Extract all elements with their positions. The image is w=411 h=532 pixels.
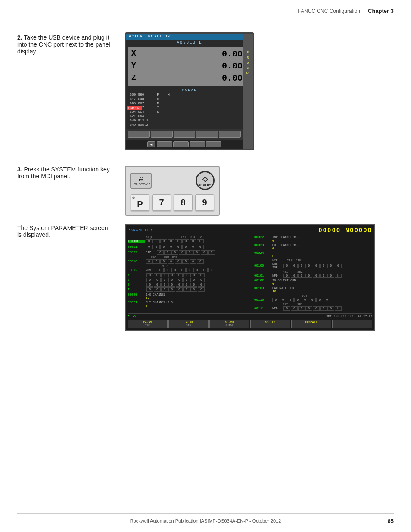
param-row-z: Z 0 0 0 0 0 0 0 0	[128, 283, 252, 287]
cnc-softkey-4	[196, 131, 218, 138]
param-bits-00010: 0 0 0 0 0 0 0 0	[146, 259, 204, 264]
param-bit-headers: SEQ INI ISO TVC	[146, 236, 252, 239]
cnc-absolute-label: ABSOLUTE	[126, 40, 253, 46]
param-00000-row: 00000 0 0 0 0 0 0 0 0	[128, 239, 252, 243]
param-row-00010: PEC PRM P2S 00010 0 0 0	[128, 256, 252, 264]
param-bits-00012: 0 0 0 0 0 0 0 0	[157, 268, 215, 272]
param-bits-00101: 0 0 0 0 0 0 0 h	[283, 274, 342, 278]
param-footer: A >^ MDI *** *** *** 07:27:39	[128, 313, 372, 318]
param-row-x: X 0 0 0 0 0 0 0 0	[128, 273, 252, 277]
param-bits-00110: 0 0 0 0 0 0 0 0	[272, 298, 330, 302]
cnc-bottom-softkey-4	[206, 141, 221, 147]
footer-text: Rockwell Automation Publication IASIMP-Q…	[130, 518, 281, 523]
param-row-00000: SEQ INI ISO TVC 00000	[128, 236, 252, 243]
step-3-sublabel: The System PARAMETER screen is displayed…	[17, 224, 112, 238]
mdi-panel: 🖨 CUSTOM2 ◇ SYSTEM ψ P	[125, 166, 220, 216]
param-row-00103: 00103 BAUDRATE CHN 10	[254, 286, 372, 293]
mdi-system-label: SYSTEM	[199, 183, 212, 186]
mdi-system-icon: ◇	[202, 175, 208, 183]
cnc-bottom-bar: ◀	[126, 140, 243, 149]
step-2-text: 2. Take the USB device and plug it into …	[17, 32, 112, 55]
param-body: SEQ INI ISO TVC 00000	[128, 236, 372, 311]
step-3-label: 3. Press the SYSTEM function key from th…	[17, 166, 112, 180]
param-row-00111: ASI SB2 00111 NFD 0 0 0	[254, 303, 372, 311]
page-header: FANUC CNC Configuration Chapter 3	[0, 0, 411, 19]
y-axis-label: Y	[131, 60, 136, 72]
param-row-00024: 00024 0	[254, 251, 372, 258]
cnc-modal-data: G00 G80 G17 G98 G90 G67 G22 G97 G94 G54 …	[128, 93, 251, 127]
cnc-header-bar: ACTUAL POSITION	[126, 34, 253, 40]
cnc-coord-z: Z 0.000	[131, 72, 248, 84]
step-2-desc: Take the USB device and plug it into the…	[17, 34, 110, 55]
header-chapter: Chapter 3	[368, 8, 394, 14]
param-softkeys: PARAM TER DIAGNOS SIS SERVO GUIDE SYST	[128, 320, 372, 328]
z-axis-label: Z	[131, 72, 136, 84]
footer-page-number: 65	[388, 518, 394, 524]
cnc-modal-col3: M	[168, 93, 170, 127]
cnc-coord-y: Y 0.000	[131, 60, 248, 72]
cnc-bottom-softkey-2	[173, 141, 189, 147]
cnc-bottom-softkeys	[157, 141, 221, 147]
cnc-right-sidebar: P R U C A:	[243, 34, 253, 149]
param-bits-00100: 0 0 0 0 0 0 0 0	[283, 264, 342, 268]
step-2-image: ACTUAL POSITION ABSOLUTE X 0.000 Y 0.000…	[125, 32, 394, 150]
param-softkey-system: SYSTEM	[250, 320, 290, 328]
step-2-section: 2. Take the USB device and plug it into …	[17, 32, 394, 150]
cnc-softkey-1	[128, 131, 150, 138]
cnc-arrow-btn: ◀	[147, 141, 155, 147]
x-axis-label: X	[131, 48, 136, 60]
cnc-bottom-softkey-3	[190, 141, 205, 147]
step-2-number: 2.	[17, 34, 22, 41]
param-bits-00000: 0 0 0 0 0 0 0 0	[146, 239, 204, 243]
param-row-00022: 00022 INP CHANNEL/B.G. 0	[254, 236, 372, 243]
step-3-top: 3. Press the SYSTEM function key from th…	[17, 166, 394, 216]
cnc-screen: ACTUAL POSITION ABSOLUTE X 0.000 Y 0.000…	[125, 32, 254, 150]
param-number: 00000 N00000	[318, 227, 372, 234]
mdi-panel-container: 🖨 CUSTOM2 ◇ SYSTEM ψ P	[125, 166, 220, 216]
param-addr-00010: 00010	[128, 260, 145, 263]
param-row-00012: MTR 00012 RMV 0 0 0 0	[128, 264, 252, 272]
step-3-desc: Press the SYSTEM function key from the M…	[17, 166, 110, 180]
param-row-00102: 00102 IO SELECT CHN 0	[254, 279, 372, 286]
mdi-keypad-row: ψ P 7 8 9	[130, 194, 215, 211]
cnc-modal-section: MODAL G00 G80 G17 G98 G90 G67 G22 G97 G9…	[128, 88, 251, 127]
param-softkey-compati: COMPATI	[291, 320, 331, 328]
mdi-custom-icon: 🖨	[134, 175, 148, 182]
param-softkey-param: PARAM TER	[128, 320, 168, 328]
mdi-key-8: 8	[174, 194, 193, 211]
param-softkey-servo: SERVO GUIDE	[209, 320, 249, 328]
header-subtitle: FANUC CNC Configuration	[298, 8, 360, 14]
cnc-coords-block: X 0.000 Y 0.000 Z 0.000	[128, 47, 251, 86]
param-addr-00000: 00000	[128, 240, 145, 243]
param-bits-00002: 0 0 0 0 0 0 0 0	[157, 250, 215, 255]
step-3-sublabel-text: The System PARAMETER screen is displayed…	[17, 224, 112, 238]
cnc-softkeys	[126, 129, 243, 140]
param-softkey-plus: +	[332, 320, 372, 328]
cnc-bottom-softkey-1	[157, 141, 172, 147]
param-addr-00012: 00012	[128, 268, 145, 272]
param-row-00110: IO4 00110 0 0 0 0 0	[254, 294, 372, 302]
param-header: PARAMETER 00000 N00000	[128, 227, 372, 234]
param-bits-00001: 0 0 0 0 0 0 0 0	[146, 245, 204, 249]
mdi-custom-button: 🖨 CUSTOM2	[130, 173, 152, 189]
param-status: MDI *** *** ***	[326, 315, 353, 318]
param-row-a: A 0 0 0 0 0 0 0 0	[128, 287, 252, 292]
step-3-number: 3.	[17, 166, 22, 173]
param-title: PARAMETER	[128, 228, 153, 233]
step-3-section: 3. Press the SYSTEM function key from th…	[17, 166, 394, 331]
mdi-custom-label: CUSTOM2	[134, 182, 150, 186]
mdi-system-button: ◇ SYSTEM	[196, 171, 215, 190]
param-row-00021: 00021 OUT CHANNEL/B.G. 0	[128, 301, 252, 308]
cnc-softkey-5	[219, 131, 241, 138]
param-addr-00002: 00002	[128, 251, 145, 254]
cnc-coord-x: X 0.000	[131, 48, 248, 60]
param-bits-a: 0 0 0 0 0 0 0 0	[146, 287, 205, 292]
param-screen-container: PARAMETER 00000 N00000 SEQ	[125, 224, 375, 331]
param-bits-x: 0 0 0 0 0 0 0 0	[146, 273, 205, 277]
param-addr-00001: 00001	[128, 245, 145, 249]
param-row-y: Y 0 0 0 0 0 0 0 0	[128, 278, 252, 282]
param-softkey-diagnos: DIAGNOS SIS	[168, 320, 209, 328]
param-time: 07:27:39	[358, 315, 372, 318]
param-row-00023: 00023 OUT CHANNEL/B.G. 0	[254, 243, 372, 250]
cnc-softkey-2	[151, 131, 173, 138]
